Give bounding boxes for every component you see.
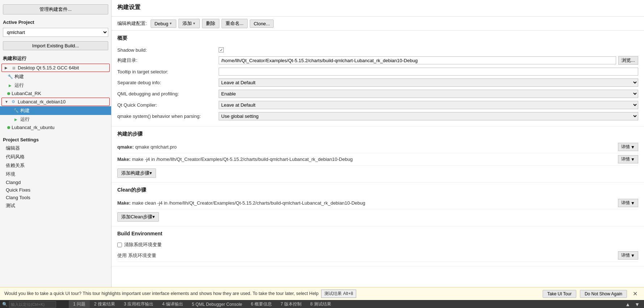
qt-quick-row: Qt Quick Compiler: Leave at Default: [117, 99, 638, 111]
collapse-bottom-button[interactable]: ▲: [624, 301, 632, 307]
status-tab-编译输出[interactable]: 4 编译输出: [158, 300, 188, 308]
toast-text: Would you like to take a quick UI tour? …: [4, 290, 539, 298]
do-not-show-again-button[interactable]: Do Not Show Again: [580, 290, 627, 298]
make-prefix: Make:: [117, 157, 131, 162]
kit-desktop-run[interactable]: ▶ 运行: [0, 81, 111, 90]
settings-link-Clang Tools[interactable]: Clang Tools: [0, 194, 111, 201]
search-bar: 🔍: [0, 300, 69, 308]
make-text: make -j4 in /home/llh/Qt_Creator/Example…: [132, 157, 353, 162]
clear-sys-env-row: 清除系统环境变量: [117, 240, 638, 249]
kit-lubancat-rk[interactable]: LubanCat_RK: [0, 90, 111, 97]
summary-section: 概要 Shadow build: 构建目录: 浏览... Tooltip in …: [111, 31, 644, 127]
qml-debug-dropdown[interactable]: Enable: [219, 90, 638, 98]
kit-debian10-run[interactable]: ▶ 运行: [0, 115, 111, 124]
tooltip-input[interactable]: [219, 68, 638, 76]
dropdown-arrow-add: ▼: [193, 22, 196, 25]
play-icon-desktop-run: ▶: [7, 84, 13, 87]
build-step-make-label: Make: make -j4 in /home/llh/Qt_Creator/E…: [117, 157, 618, 162]
settings-link-Clangd[interactable]: Clangd: [0, 179, 111, 186]
clean-make-details-button[interactable]: 详情 ▼: [618, 199, 638, 207]
config-label: 编辑构建配置:: [117, 20, 147, 27]
status-tab-测试结果[interactable]: 8 测试结果: [306, 300, 336, 308]
wrench-icon-desktop-build: 🔧: [7, 74, 13, 79]
clear-sys-env-label: 清除系统环境变量: [124, 241, 162, 248]
clean-make-prefix: Make:: [117, 200, 131, 206]
tooltip-row: Tooltip in target selector:: [117, 66, 638, 77]
add-build-step-button[interactable]: 添加构建步骤▾: [117, 168, 156, 178]
kit-ubuntu[interactable]: Lubancat_rk_ubuntu: [0, 124, 111, 131]
monitor-icon: 🖥: [10, 66, 16, 70]
use-sys-env-label: 使用 系统环境变量: [117, 252, 618, 259]
build-dir-input[interactable]: [219, 56, 616, 64]
settings-link-编辑器[interactable]: 编辑器: [0, 144, 111, 153]
qmake-system-label: qmake system() behavior when parsing:: [117, 114, 219, 119]
manage-kits-button[interactable]: 管理构建套件...: [3, 4, 108, 14]
qt-quick-value: Leave at Default: [219, 101, 638, 109]
details-arrow-env: ▼: [631, 253, 635, 258]
build-env-details-button[interactable]: 详情 ▼: [618, 251, 638, 260]
build-run-label: 构建和运行: [0, 53, 111, 63]
make-details-button[interactable]: 详情 ▼: [618, 155, 638, 163]
main-content: 构建设置 编辑构建配置: Debug ▼ 添加 ▼ 删除 重命名... Clon…: [111, 0, 644, 287]
status-tab-应用程序输出[interactable]: 3 应用程序输出: [119, 300, 158, 308]
take-tour-button[interactable]: Take UI Tour: [543, 290, 576, 298]
add-config-button[interactable]: 添加 ▼: [178, 19, 200, 28]
tooltip-value: [219, 68, 638, 76]
toast-bar: Would you like to take a quick UI tour? …: [0, 287, 644, 300]
qmake-system-value: Use global setting: [219, 112, 638, 120]
clean-make-text: make clean -j4 in /home/llh/Qt_Creator/E…: [132, 200, 365, 206]
bottom-right-controls: ▲ ▼: [624, 301, 644, 307]
project-dropdown[interactable]: qmlchart: [3, 28, 108, 37]
status-tab-版本控制[interactable]: 7 版本控制: [276, 300, 306, 308]
rename-config-button[interactable]: 重命名...: [222, 19, 248, 28]
kit-debian10-label: Lubancat_rk_debian10: [18, 99, 66, 104]
import-existing-build-button[interactable]: Import Existing Build...: [3, 41, 108, 50]
kit-desktop-label: Desktop Qt 5.15.2 GCC 64bit: [18, 65, 79, 70]
status-tab-搜索结果[interactable]: 2 搜索结果: [90, 300, 119, 308]
build-env-heading: Build Environment: [117, 231, 638, 236]
debug-info-value: Leave at Default: [219, 78, 638, 87]
build-dir-label: 构建目录:: [117, 57, 219, 64]
project-selector[interactable]: qmlchart: [3, 28, 108, 37]
debug-info-dropdown[interactable]: Leave at Default: [219, 78, 638, 87]
config-dropdown-button[interactable]: Debug ▼: [151, 20, 176, 28]
build-step-qmake-label: qmake: qmake qmlchart.pro: [117, 144, 618, 150]
details-arrow-qmake: ▼: [631, 145, 635, 150]
status-tab-概要信息[interactable]: 6 概要信息: [247, 300, 276, 308]
shadow-build-checkbox[interactable]: [219, 47, 224, 52]
delete-config-button[interactable]: 删除: [202, 19, 219, 28]
shadow-build-row: Shadow build:: [117, 45, 638, 55]
kit-debian10[interactable]: ▼ ⚙ Lubancat_rk_debian10: [1, 98, 110, 106]
green-dot-lubancat-rk: [7, 92, 10, 95]
qmake-system-dropdown[interactable]: Use global setting: [219, 112, 638, 120]
settings-link-代码风格[interactable]: 代码风格: [0, 153, 111, 161]
qt-quick-dropdown[interactable]: Leave at Default: [219, 101, 638, 109]
settings-link-环境[interactable]: 环境: [0, 170, 111, 179]
settings-link-测试[interactable]: 测试: [0, 201, 111, 210]
toast-close-button[interactable]: ✕: [631, 290, 640, 298]
kit-lubancat-rk-label: LubanCat_RK: [12, 91, 41, 96]
clean-steps-section: Clean的步骤 Make: make clean -j4 in /home/l…: [111, 183, 644, 226]
search-input[interactable]: [9, 301, 56, 308]
settings-link-Quick Fixes[interactable]: Quick Fixes: [0, 186, 111, 194]
add-clean-step-button[interactable]: 添加Clean步骤▾: [117, 212, 159, 222]
settings-link-依赖关系[interactable]: 依赖关系: [0, 161, 111, 170]
kit-debian10-build[interactable]: 🔧 构建: [0, 106, 111, 115]
build-steps-section: 构建的步骤 qmake: qmake qmlchart.pro 详情 ▼ Mak…: [111, 127, 644, 183]
browse-button[interactable]: 浏览...: [618, 56, 638, 65]
clone-config-button[interactable]: Clone...: [250, 20, 274, 28]
status-tab-QML-Debugger-Console[interactable]: 5 QML Debugger Console: [188, 301, 247, 308]
project-settings-label: Project Settings: [0, 135, 111, 144]
kit-desktop[interactable]: ▶ 🖥 Desktop Qt 5.15.2 GCC 64bit: [1, 64, 110, 72]
qml-debug-value: Enable: [219, 90, 638, 98]
expand-bottom-button[interactable]: ▼: [633, 301, 641, 307]
qmake-prefix: qmake:: [117, 144, 134, 150]
qmake-details-button[interactable]: 详情 ▼: [618, 143, 638, 151]
dropdown-arrow-config: ▼: [169, 22, 172, 25]
content-header: 构建设置: [111, 0, 644, 17]
clear-sys-env-checkbox[interactable]: [117, 243, 122, 247]
build-step-make: Make: make -j4 in /home/llh/Qt_Creator/E…: [117, 153, 638, 166]
details-arrow-make: ▼: [631, 157, 635, 162]
kit-desktop-build[interactable]: 🔧 构建: [0, 72, 111, 81]
status-tab-问题[interactable]: 1 问题: [69, 300, 90, 308]
